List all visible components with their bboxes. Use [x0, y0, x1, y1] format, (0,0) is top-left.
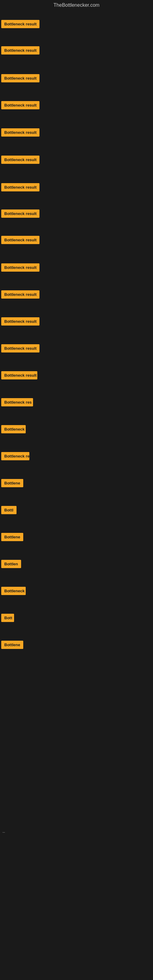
- bottleneck-row: Bottleneck result: [0, 263, 153, 274]
- bottleneck-row: Bottlene: [0, 533, 153, 543]
- bottleneck-row: Bottleneck result: [0, 371, 153, 381]
- bottleneck-row: Bottleneck res: [0, 398, 153, 408]
- bottleneck-row: Bottlene: [0, 641, 153, 651]
- bottleneck-row: Bottleneck result: [0, 344, 153, 354]
- bottleneck-result-badge[interactable]: Bottleneck result: [1, 210, 40, 218]
- bottleneck-result-badge[interactable]: Bottleneck result: [1, 128, 40, 137]
- bottleneck-row: Bottleneck result: [0, 236, 153, 246]
- bottleneck-row: Bottleneck result: [0, 46, 153, 56]
- bottleneck-row: Bottleneck result: [0, 128, 153, 138]
- bottleneck-result-badge[interactable]: Bottleneck: [1, 587, 26, 595]
- bottleneck-row: Bott: [0, 614, 153, 624]
- bottleneck-result-badge[interactable]: Bottleneck result: [1, 236, 40, 244]
- bottleneck-row: Bottleneck result: [0, 317, 153, 328]
- bottleneck-result-badge[interactable]: Bottleneck result: [1, 371, 37, 379]
- bottleneck-result-badge[interactable]: Bottleneck result: [1, 156, 40, 164]
- bottleneck-row: Bottl: [0, 506, 153, 516]
- bottleneck-result-badge[interactable]: Bottleneck result: [1, 46, 40, 54]
- bottleneck-result-badge[interactable]: Bottleneck result: [1, 263, 40, 272]
- bottleneck-result-badge[interactable]: ...: [1, 829, 5, 834]
- bottleneck-row: ...: [0, 829, 153, 836]
- bottleneck-result-badge[interactable]: Bottleneck: [1, 425, 26, 433]
- bottleneck-row: Bottleneck result: [0, 74, 153, 84]
- bottleneck-row: Bottleneck: [0, 587, 153, 597]
- bottleneck-result-badge[interactable]: Bottlene: [1, 533, 23, 541]
- bottleneck-result-badge[interactable]: Bottleneck result: [1, 74, 40, 83]
- bottleneck-result-badge[interactable]: Bottleneck result: [1, 183, 40, 191]
- site-header: TheBottlenecker.com: [0, 0, 153, 12]
- bottleneck-result-badge[interactable]: Bottl: [1, 506, 16, 514]
- bottleneck-result-badge[interactable]: Bottleneck result: [1, 101, 40, 109]
- bottleneck-row: Bottleneck result: [0, 290, 153, 301]
- bottleneck-result-badge[interactable]: Bottleneck res: [1, 398, 33, 406]
- bottleneck-row: Bottleneck: [0, 425, 153, 435]
- bottleneck-result-badge[interactable]: Bottlene: [1, 641, 23, 649]
- bottleneck-result-badge[interactable]: Bottlene: [1, 479, 23, 487]
- bottleneck-result-badge[interactable]: Bottleneck result: [1, 344, 40, 353]
- bottleneck-row: Bottleneck result: [0, 183, 153, 193]
- bottleneck-result-badge[interactable]: Bottlen: [1, 560, 21, 568]
- bottleneck-row: Bottlen: [0, 560, 153, 570]
- bottleneck-result-badge[interactable]: Bottleneck result: [1, 317, 40, 326]
- bottleneck-row: Bottleneck result: [0, 210, 153, 220]
- bottleneck-row: Bottleneck result: [0, 101, 153, 111]
- bottleneck-result-badge[interactable]: Bott: [1, 614, 14, 622]
- bottleneck-result-badge[interactable]: Bottleneck result: [1, 20, 40, 28]
- site-title: TheBottlenecker.com: [0, 0, 153, 12]
- bottleneck-result-badge[interactable]: Bottleneck re: [1, 452, 29, 460]
- bottleneck-row: Bottleneck result: [0, 156, 153, 166]
- bottleneck-row: Bottlene: [0, 479, 153, 489]
- bottleneck-row: Bottleneck re: [0, 452, 153, 462]
- bottleneck-result-badge[interactable]: Bottleneck result: [1, 290, 40, 299]
- bottleneck-row: Bottleneck result: [0, 20, 153, 30]
